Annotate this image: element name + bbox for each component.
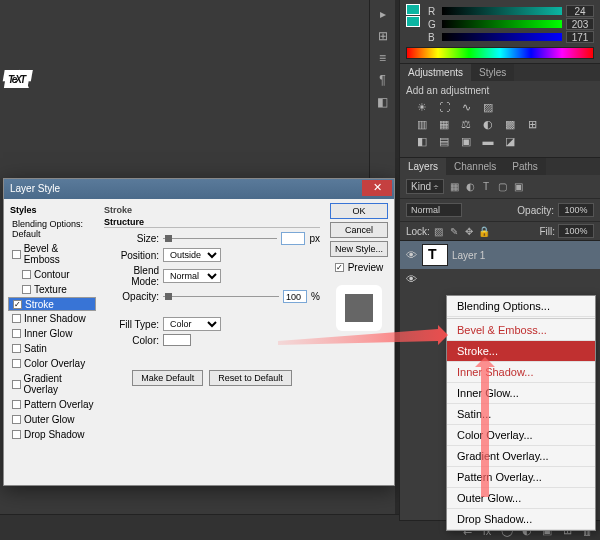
threshold-icon[interactable]: ▣ <box>458 134 474 148</box>
layer-name[interactable]: Layer 1 <box>452 250 485 261</box>
blend-mode-select[interactable]: Normal <box>406 203 462 217</box>
reset-default-button[interactable]: Reset to Default <box>209 370 292 386</box>
effect-texture[interactable]: Texture <box>8 282 96 297</box>
fill-label: Fill: <box>539 226 555 237</box>
blendmode-select[interactable]: Normal <box>163 269 221 283</box>
effect-gradient-overlay[interactable]: Gradient Overlay <box>8 371 96 397</box>
opacity-slider[interactable] <box>163 296 279 297</box>
photofilter-icon[interactable]: ▩ <box>502 117 518 131</box>
posterize-icon[interactable]: ▤ <box>436 134 452 148</box>
tab-layers[interactable]: Layers <box>400 158 446 175</box>
visibility-icon[interactable]: 👁 <box>404 248 418 262</box>
menu-satin[interactable]: Satin... <box>447 404 595 425</box>
filter-adj-icon[interactable]: ◐ <box>464 181 476 193</box>
bottom-scrollbar[interactable] <box>0 514 399 540</box>
menu-pattern-overlay[interactable]: Pattern Overlay... <box>447 467 595 488</box>
hue-icon[interactable]: ▦ <box>436 117 452 131</box>
ok-button[interactable]: OK <box>330 203 388 219</box>
effect-contour[interactable]: Contour <box>8 267 96 282</box>
menu-drop-shadow[interactable]: Drop Shadow... <box>447 509 595 530</box>
effect-satin[interactable]: Satin <box>8 341 96 356</box>
opacity-value[interactable]: 100% <box>558 203 594 217</box>
menu-color-overlay[interactable]: Color Overlay... <box>447 425 595 446</box>
lock-pos-icon[interactable]: ✥ <box>463 225 475 237</box>
layer-thumbnail[interactable] <box>422 244 448 266</box>
styles-header[interactable]: Styles <box>8 203 96 217</box>
tool-icon[interactable]: ▸ <box>375 6 391 22</box>
color-swatch[interactable] <box>163 334 191 346</box>
tab-paths[interactable]: Paths <box>504 158 546 175</box>
menu-blending-options[interactable]: Blending Options... <box>447 296 595 317</box>
dialog-titlebar[interactable]: Layer Style ✕ <box>4 179 394 199</box>
menu-inner-glow[interactable]: Inner Glow... <box>447 383 595 404</box>
b-slider[interactable] <box>442 33 562 41</box>
r-label: R <box>428 6 438 17</box>
brightness-icon[interactable]: ☀ <box>414 100 430 114</box>
make-default-button[interactable]: Make Default <box>132 370 203 386</box>
opacity-input[interactable] <box>283 290 307 303</box>
layer-item-1[interactable]: 👁 Layer 1 <box>400 241 600 269</box>
menu-gradient-overlay[interactable]: Gradient Overlay... <box>447 446 595 467</box>
tool-icon[interactable]: ◧ <box>375 94 391 110</box>
spectrum-bar[interactable] <box>406 47 594 59</box>
effect-color-overlay[interactable]: Color Overlay <box>8 356 96 371</box>
gradientmap-icon[interactable]: ▬ <box>480 134 496 148</box>
effect-drop-shadow[interactable]: Drop Shadow <box>8 427 96 442</box>
effect-inner-glow[interactable]: Inner Glow <box>8 326 96 341</box>
menu-bevel-emboss[interactable]: Bevel & Emboss... <box>447 320 595 341</box>
lock-trans-icon[interactable]: ▨ <box>433 225 445 237</box>
bg-swatch[interactable] <box>406 16 420 27</box>
tool-icon[interactable]: ≡ <box>375 50 391 66</box>
effect-stroke[interactable]: Stroke <box>8 297 96 311</box>
bw-icon[interactable]: ◐ <box>480 117 496 131</box>
tool-icon[interactable]: ⊞ <box>375 28 391 44</box>
filter-smart-icon[interactable]: ▣ <box>512 181 524 193</box>
kind-filter[interactable]: Kind <box>411 181 431 192</box>
r-slider[interactable] <box>442 7 562 15</box>
lock-paint-icon[interactable]: ✎ <box>448 225 460 237</box>
size-slider[interactable] <box>163 238 277 239</box>
tool-icon[interactable]: ¶ <box>375 72 391 88</box>
menu-stroke[interactable]: Stroke... <box>447 341 595 362</box>
text-layer[interactable]: TeXT <box>8 12 24 102</box>
effect-bevel[interactable]: Bevel & Emboss <box>8 241 96 267</box>
preview-checkbox[interactable] <box>335 263 344 272</box>
filter-type-icon[interactable]: T <box>480 181 492 193</box>
layer-item-bg[interactable]: 👁 <box>400 269 600 289</box>
size-input[interactable] <box>281 232 305 245</box>
lock-all-icon[interactable]: 🔒 <box>478 225 490 237</box>
filter-pixel-icon[interactable]: ▦ <box>448 181 460 193</box>
new-style-button[interactable]: New Style... <box>330 241 388 257</box>
adjustments-panel: Adjustments Styles Add an adjustment ☀ ⛶… <box>400 64 600 158</box>
effect-inner-shadow[interactable]: Inner Shadow <box>8 311 96 326</box>
exposure-icon[interactable]: ▨ <box>480 100 496 114</box>
g-value[interactable]: 203 <box>566 18 594 30</box>
menu-inner-shadow[interactable]: Inner Shadow... <box>447 362 595 383</box>
close-button[interactable]: ✕ <box>362 180 392 196</box>
r-value[interactable]: 24 <box>566 5 594 17</box>
colorbalance-icon[interactable]: ⚖ <box>458 117 474 131</box>
filter-shape-icon[interactable]: ▢ <box>496 181 508 193</box>
selective-icon[interactable]: ◪ <box>502 134 518 148</box>
position-select[interactable]: Outside <box>163 248 221 262</box>
visibility-icon[interactable]: 👁 <box>404 272 418 286</box>
effect-outer-glow[interactable]: Outer Glow <box>8 412 96 427</box>
vibrance-icon[interactable]: ▥ <box>414 117 430 131</box>
blending-options-item[interactable]: Blending Options: Default <box>8 217 96 241</box>
invert-icon[interactable]: ◧ <box>414 134 430 148</box>
color-panel: R24 G203 B171 <box>400 0 600 64</box>
fill-value[interactable]: 100% <box>558 224 594 238</box>
fg-swatch[interactable] <box>406 4 420 15</box>
g-slider[interactable] <box>442 20 562 28</box>
tab-channels[interactable]: Channels <box>446 158 504 175</box>
tab-styles[interactable]: Styles <box>471 64 514 81</box>
b-value[interactable]: 171 <box>566 31 594 43</box>
channelmixer-icon[interactable]: ⊞ <box>524 117 540 131</box>
levels-icon[interactable]: ⛶ <box>436 100 452 114</box>
cancel-button[interactable]: Cancel <box>330 222 388 238</box>
filltype-select[interactable]: Color <box>163 317 221 331</box>
curves-icon[interactable]: ∿ <box>458 100 474 114</box>
effect-pattern-overlay[interactable]: Pattern Overlay <box>8 397 96 412</box>
tab-adjustments[interactable]: Adjustments <box>400 64 471 81</box>
menu-outer-glow[interactable]: Outer Glow... <box>447 488 595 509</box>
